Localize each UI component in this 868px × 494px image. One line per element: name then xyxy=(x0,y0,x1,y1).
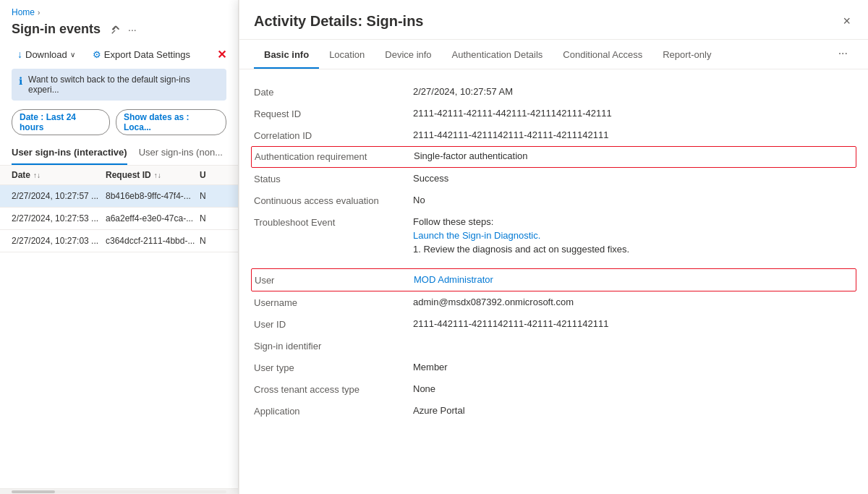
download-chevron: ∨ xyxy=(70,51,75,59)
filter-row: Date : Last 24 hours Show dates as : Loc… xyxy=(0,103,238,141)
value-user[interactable]: MOD Administrator xyxy=(414,274,853,285)
detail-row-usertype: User type Member xyxy=(254,357,854,378)
label-cae: Continuous access evaluation xyxy=(254,195,413,206)
sort-date-icon: ↑↓ xyxy=(33,171,41,179)
tab-location[interactable]: Location xyxy=(319,42,375,69)
activity-details-panel: Activity Details: Sign-ins × Basic info … xyxy=(239,0,868,494)
date-filter-label: Date : Last 24 hours xyxy=(20,112,76,132)
cell-reqid: c364dccf-2111-4bbd-... xyxy=(106,236,200,246)
detail-row-date: Date 2/27/2024, 10:27:57 AM xyxy=(254,81,854,103)
value-status: Success xyxy=(413,173,854,184)
label-cross-tenant: Cross tenant access type xyxy=(254,383,413,395)
cell-reqid: a6a2eff4-e3e0-47ca-... xyxy=(106,213,200,223)
value-application: Azure Portal xyxy=(413,405,854,416)
value-username: admin@msdx087392.onmicrosoft.com xyxy=(413,297,854,307)
tab-auth-details[interactable]: Authentication Details xyxy=(442,42,553,69)
export-button[interactable]: ⚙ Export Data Settings xyxy=(87,46,196,63)
date-format-chip[interactable]: Show dates as : Loca... xyxy=(116,109,226,135)
horizontal-scrollbar[interactable] xyxy=(0,488,238,494)
panel-title-row: Sign-in events ··· xyxy=(0,19,238,43)
label-signin-id: Sign-in identifier xyxy=(254,340,413,352)
cell-date: 2/27/2024, 10:27:53 ... xyxy=(12,213,106,223)
detail-row-cross-tenant: Cross tenant access type None xyxy=(254,378,854,400)
label-username: Username xyxy=(254,297,413,308)
table-row[interactable]: 2/27/2024, 10:27:03 ... c364dccf-2111-4b… xyxy=(0,230,238,252)
cell-user: N xyxy=(200,236,226,246)
tab-interactive[interactable]: User sign-ins (interactive) xyxy=(12,141,127,165)
breadcrumb-chevron: › xyxy=(38,9,40,17)
label-corrId: Correlation ID xyxy=(254,129,413,141)
cell-date: 2/27/2024, 10:27:57 ... xyxy=(12,191,106,201)
tab-device-info[interactable]: Device info xyxy=(375,42,441,69)
value-reqid: 2111-42111-42111-442111-4211142111-42111 xyxy=(413,108,854,119)
tab-basic-info[interactable]: Basic info xyxy=(254,42,319,69)
modal-tabs: Basic info Location Device info Authenti… xyxy=(239,40,868,69)
cell-reqid: 8b416eb8-9ffc-47f4-... xyxy=(106,191,200,201)
breadcrumb-home[interactable]: Home xyxy=(12,7,35,17)
label-application: Application xyxy=(254,405,413,417)
label-date: Date xyxy=(254,86,413,98)
download-label: Download xyxy=(25,49,67,60)
detail-row-application: Application Azure Portal xyxy=(254,400,854,422)
info-banner: ℹ Want to switch back to the default sig… xyxy=(12,69,226,101)
section-divider xyxy=(254,260,854,268)
date-filter-chip[interactable]: Date : Last 24 hours xyxy=(12,109,110,135)
detail-row-user: User MOD Administrator xyxy=(255,269,853,291)
modal-header: Activity Details: Sign-ins × xyxy=(239,0,868,40)
modal-tabs-more[interactable]: ··· xyxy=(833,40,854,69)
label-troubleshoot: Troubleshoot Event xyxy=(254,216,413,228)
value-cae: No xyxy=(413,195,854,205)
value-usertype: Member xyxy=(413,362,854,372)
page-title: Sign-in events xyxy=(12,22,101,37)
troubleshoot-link[interactable]: Launch the Sign-in Diagnostic. xyxy=(413,230,854,241)
label-userid: User ID xyxy=(254,318,413,330)
value-corrId: 2111-442111-4211142111-42111-4211142111 xyxy=(413,129,854,140)
detail-row-status: Status Success xyxy=(254,168,854,189)
value-userid: 2111-442111-4211142111-42111-4211142111 xyxy=(413,318,854,329)
date-format-label: Show dates as : Loca... xyxy=(124,112,190,132)
modal-title: Activity Details: Sign-ins xyxy=(254,13,840,30)
modal-content: Date 2/27/2024, 10:27:57 AM Request ID 2… xyxy=(239,69,868,494)
breadcrumb: Home › xyxy=(0,0,238,19)
download-button[interactable]: ↓ Download ∨ xyxy=(12,46,81,63)
cell-date: 2/27/2024, 10:27:03 ... xyxy=(12,236,106,246)
label-user: User xyxy=(255,274,414,286)
table-body: 2/27/2024, 10:27:57 ... 8b416eb8-9ffc-47… xyxy=(0,185,238,488)
more-options-icon[interactable]: ··· xyxy=(127,22,138,37)
detail-row-userid: User ID 2111-442111-4211142111-42111-421… xyxy=(254,313,854,335)
export-icon: ⚙ xyxy=(93,49,101,60)
download-icon: ↓ xyxy=(17,48,22,60)
troubleshoot-steps-text: Follow these steps: xyxy=(413,216,854,227)
col-header-date[interactable]: Date ↑↓ xyxy=(12,170,106,180)
label-status: Status xyxy=(254,173,413,184)
close-icon[interactable]: ✕ xyxy=(217,48,226,61)
table-header: Date ↑↓ Request ID ↑↓ U xyxy=(0,166,238,185)
col-header-user: U xyxy=(200,170,226,180)
detail-row-cae: Continuous access evaluation No xyxy=(254,189,854,211)
scroll-thumb[interactable] xyxy=(12,490,55,493)
detail-row-corrId: Correlation ID 2111-442111-4211142111-42… xyxy=(254,124,854,146)
detail-row-troubleshoot: Troubleshoot Event Follow these steps: L… xyxy=(254,211,854,260)
toolbar-row: ↓ Download ∨ ⚙ Export Data Settings ✕ xyxy=(0,43,238,66)
export-label: Export Data Settings xyxy=(104,49,190,60)
label-auth-req: Authentication requirement xyxy=(255,150,414,162)
tab-conditional-access[interactable]: Conditional Access xyxy=(553,42,652,69)
label-usertype: User type xyxy=(254,362,413,373)
tab-report-only[interactable]: Report-only xyxy=(652,42,721,69)
signin-tabs: User sign-ins (interactive) User sign-in… xyxy=(0,141,238,166)
table-row[interactable]: 2/27/2024, 10:27:57 ... 8b416eb8-9ffc-47… xyxy=(0,185,238,208)
pin-icon[interactable] xyxy=(109,23,122,36)
col-header-reqid[interactable]: Request ID ↑↓ xyxy=(106,170,200,180)
detail-row-reqid: Request ID 2111-42111-42111-442111-42111… xyxy=(254,103,854,124)
table-row[interactable]: 2/27/2024, 10:27:53 ... a6a2eff4-e3e0-47… xyxy=(0,208,238,230)
auth-req-highlight: Authentication requirement Single-factor… xyxy=(251,146,856,168)
tab-non-interactive[interactable]: User sign-ins (non... xyxy=(139,141,223,165)
info-icon: ℹ xyxy=(19,75,22,87)
cell-user: N xyxy=(200,191,226,201)
sort-reqid-icon: ↑↓ xyxy=(154,171,161,179)
troubleshoot-step1: 1. Review the diagnosis and act on sugge… xyxy=(413,244,854,255)
detail-row-signin-id: Sign-in identifier xyxy=(254,335,854,357)
value-cross-tenant: None xyxy=(413,383,854,394)
modal-close-button[interactable]: × xyxy=(840,12,854,30)
label-reqid: Request ID xyxy=(254,108,413,119)
